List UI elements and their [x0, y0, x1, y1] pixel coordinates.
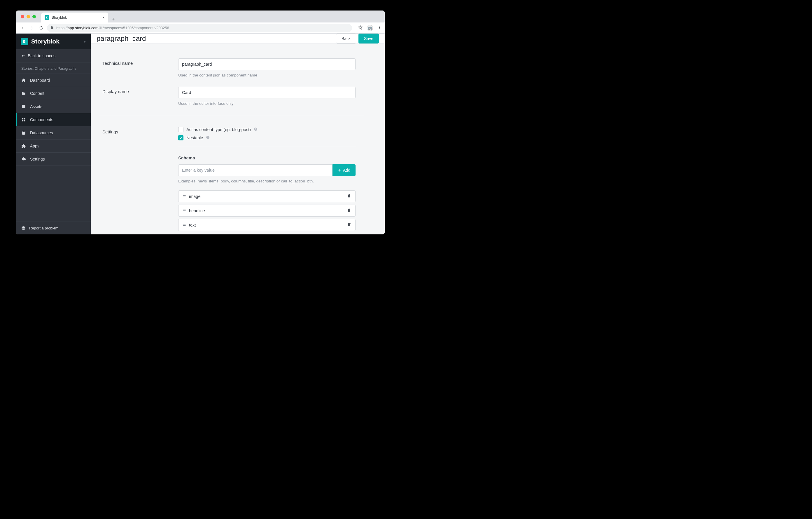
tab-title: Storyblok	[52, 16, 67, 20]
back-link-label: Back to spaces	[28, 53, 55, 58]
svg-point-2	[379, 28, 380, 29]
schema-list: image headline text	[178, 190, 355, 231]
display-name-input[interactable]	[178, 87, 355, 99]
schema-help-text: Examples: news_items, body, columns, tit…	[178, 179, 355, 183]
help-icon[interactable]: ?	[206, 135, 210, 140]
url-text: https://app.storyblok.com/#!/me/spaces/5…	[56, 26, 169, 30]
drag-handle-icon[interactable]	[182, 223, 186, 227]
add-schema-button[interactable]: Add	[332, 164, 355, 176]
window-controls	[21, 15, 36, 18]
sidebar-item-label: Components	[30, 117, 53, 122]
browser-menu-icon[interactable]	[377, 25, 382, 31]
add-button-label: Add	[343, 168, 350, 172]
puzzle-icon	[21, 144, 26, 148]
report-problem-link[interactable]: Report a problem	[16, 222, 91, 235]
schema-item-name: headline	[189, 209, 205, 213]
browser-window: Storyblok × + https://app.storyblok.com/…	[16, 10, 385, 235]
sidebar-item-components[interactable]: Components	[16, 113, 91, 126]
address-bar[interactable]: https://app.storyblok.com/#!/me/spaces/5…	[47, 24, 352, 32]
content-topbar: paragraph_card Back Save	[91, 33, 385, 44]
schema-item[interactable]: text	[178, 219, 355, 231]
svg-point-1	[379, 27, 380, 28]
display-name-label: Display name	[103, 87, 178, 106]
save-button[interactable]: Save	[358, 33, 379, 44]
sidebar-item-label: Datasources	[30, 131, 53, 135]
nestable-checkbox[interactable]	[178, 135, 183, 140]
technical-name-help: Used in the content json as component na…	[178, 73, 355, 77]
tab-favicon-icon	[45, 15, 49, 20]
home-icon	[21, 78, 26, 83]
help-icon[interactable]: ?	[254, 127, 258, 132]
footer-label: Report a problem	[29, 226, 58, 230]
page-title: paragraph_card	[96, 34, 146, 43]
sidebar-item-datasources[interactable]: Datasources	[16, 126, 91, 139]
lock-icon	[51, 26, 54, 30]
bookmark-icon[interactable]	[358, 25, 362, 31]
schema-heading: Schema	[178, 155, 355, 160]
new-tab-button[interactable]: +	[112, 16, 115, 23]
settings-label: Settings	[103, 127, 178, 233]
delete-icon[interactable]	[347, 222, 351, 227]
globe-icon	[21, 226, 26, 230]
minimize-window-button[interactable]	[27, 15, 30, 18]
back-to-spaces-link[interactable]: Back to spaces	[16, 49, 91, 62]
display-name-help: Used in the editor interface only	[178, 101, 355, 106]
schema-item[interactable]: headline	[178, 204, 355, 217]
plus-icon	[338, 168, 341, 172]
folder-icon	[21, 91, 26, 96]
profile-avatar[interactable]: 🤖	[367, 25, 373, 31]
sidebar-item-label: Settings	[30, 157, 45, 161]
brand-text: Storyblok	[31, 38, 59, 45]
browser-toolbar: https://app.storyblok.com/#!/me/spaces/5…	[16, 23, 385, 33]
sidebar-item-content[interactable]: Content	[16, 87, 91, 100]
delete-icon[interactable]	[347, 194, 351, 199]
database-icon	[21, 131, 26, 135]
sidebar: Storyblok Back to spaces Stories, Chapte…	[16, 33, 91, 235]
main-content: paragraph_card Back Save Technical name …	[91, 33, 385, 235]
sidebar-item-label: Assets	[30, 104, 42, 109]
sidebar-item-label: Apps	[30, 144, 39, 148]
sidebar-item-apps[interactable]: Apps	[16, 139, 91, 153]
sidebar-nav: Dashboard Content Assets Components Data…	[16, 74, 91, 222]
schema-item-name: text	[189, 223, 196, 227]
technical-name-input[interactable]	[178, 58, 355, 70]
close-window-button[interactable]	[21, 15, 24, 18]
schema-key-input[interactable]	[178, 164, 332, 176]
sidebar-brand[interactable]: Storyblok	[16, 33, 91, 49]
sidebar-item-dashboard[interactable]: Dashboard	[16, 74, 91, 87]
image-icon	[21, 104, 26, 109]
sidebar-item-assets[interactable]: Assets	[16, 100, 91, 113]
nestable-label: Nestable	[186, 135, 203, 140]
schema-item[interactable]: image	[178, 190, 355, 202]
drag-handle-icon[interactable]	[182, 209, 186, 213]
gear-icon	[21, 157, 26, 161]
schema-item-name: image	[189, 194, 201, 199]
back-button[interactable]	[19, 25, 26, 31]
svg-point-0	[379, 26, 380, 27]
delete-icon[interactable]	[347, 208, 351, 213]
sidebar-item-settings[interactable]: Settings	[16, 153, 91, 166]
svg-text:?: ?	[255, 128, 256, 131]
reload-button[interactable]	[38, 25, 45, 31]
browser-tab[interactable]: Storyblok ×	[41, 12, 108, 23]
content-type-label: Act as content type (eg. blog-post)	[186, 127, 251, 132]
form-container: Technical name Used in the content json …	[91, 44, 385, 235]
divider	[99, 115, 364, 115]
browser-tab-strip: Storyblok × +	[16, 10, 385, 23]
sidebar-item-label: Dashboard	[30, 78, 50, 83]
back-button[interactable]: Back	[336, 33, 356, 44]
forward-button[interactable]	[28, 25, 35, 31]
sidebar-item-label: Content	[30, 91, 44, 96]
maximize-window-button[interactable]	[32, 15, 36, 18]
tab-close-icon[interactable]: ×	[103, 15, 105, 20]
content-type-checkbox[interactable]	[178, 127, 183, 132]
chevron-down-icon	[83, 38, 86, 45]
workspace-name: Stories, Chapters and Paragraphs	[16, 62, 91, 74]
app-container: Storyblok Back to spaces Stories, Chapte…	[16, 33, 385, 235]
svg-text:?: ?	[207, 136, 208, 139]
technical-name-label: Technical name	[103, 58, 178, 77]
storyblok-logo-icon	[21, 38, 28, 45]
components-icon	[21, 117, 26, 122]
drag-handle-icon[interactable]	[182, 194, 186, 199]
